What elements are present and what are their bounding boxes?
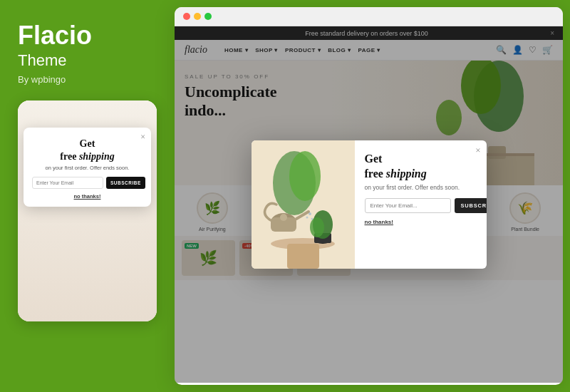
svg-point-13 bbox=[310, 217, 324, 237]
browser-dot-green[interactable] bbox=[204, 13, 212, 20]
popup-get: Get bbox=[365, 153, 383, 165]
brand-subtitle: Theme bbox=[18, 51, 150, 70]
svg-rect-9 bbox=[287, 244, 319, 269]
desktop-popup-form: SUBSCRIBE bbox=[365, 198, 487, 213]
desktop-popup: × Get free shipping on your first order.… bbox=[252, 140, 487, 269]
browser-dots bbox=[183, 13, 212, 20]
desktop-popup-headline: Get free shipping bbox=[365, 152, 427, 182]
popup-shipping: shipping bbox=[386, 167, 427, 180]
mobile-mockup: Free standard delivery on orders over $1… bbox=[18, 100, 157, 321]
mobile-popup: × Get free shipping on your first order.… bbox=[24, 128, 151, 207]
mobile-popup-subtext: on your first order. Offer ends soon. bbox=[32, 165, 142, 171]
browser-chrome bbox=[175, 7, 563, 26]
mobile-popup-free: free bbox=[60, 151, 76, 162]
mobile-no-thanks-link[interactable]: no thanks! bbox=[32, 193, 142, 200]
desktop-site: Free standard delivery on orders over $1… bbox=[175, 26, 563, 383]
left-panel: Flacio Theme By wpbingo Free standard de… bbox=[0, 0, 167, 392]
desktop-email-input[interactable] bbox=[365, 198, 451, 213]
mobile-email-input[interactable] bbox=[32, 177, 103, 189]
brand-by: By wpbingo bbox=[18, 74, 150, 85]
mobile-subscribe-button[interactable]: SUBSCRIBE bbox=[106, 177, 145, 189]
svg-point-20 bbox=[306, 217, 308, 219]
desktop-overlay: × Get free shipping on your first order.… bbox=[175, 26, 563, 383]
popup-free: free bbox=[365, 167, 383, 180]
browser-dot-yellow[interactable] bbox=[194, 13, 201, 20]
svg-point-18 bbox=[309, 212, 311, 215]
svg-point-17 bbox=[280, 214, 287, 221]
browser-dot-red[interactable] bbox=[183, 13, 190, 20]
desktop-popup-content: × Get free shipping on your first order.… bbox=[355, 140, 487, 269]
mobile-popup-form: SUBSCRIBE bbox=[32, 177, 142, 189]
mobile-popup-close-button[interactable]: × bbox=[140, 132, 145, 143]
desktop-popup-subtext: on your first order. Offer ends soon. bbox=[365, 184, 460, 191]
svg-point-22 bbox=[289, 151, 321, 201]
svg-point-19 bbox=[311, 218, 313, 220]
desktop-subscribe-button[interactable]: SUBSCRIBE bbox=[455, 198, 487, 213]
desktop-no-thanks-link[interactable]: no thanks! bbox=[365, 219, 393, 225]
popup-plant-svg bbox=[252, 140, 355, 269]
brand-title: Flacio bbox=[18, 21, 150, 50]
main-panel: Free standard delivery on orders over $1… bbox=[175, 7, 563, 385]
desktop-popup-image bbox=[252, 140, 355, 269]
desktop-popup-close-button[interactable]: × bbox=[475, 145, 480, 156]
mobile-popup-shipping: shipping bbox=[79, 151, 115, 162]
mobile-popup-get: Get bbox=[80, 138, 95, 149]
mobile-popup-headline: Get free shipping bbox=[32, 138, 142, 163]
